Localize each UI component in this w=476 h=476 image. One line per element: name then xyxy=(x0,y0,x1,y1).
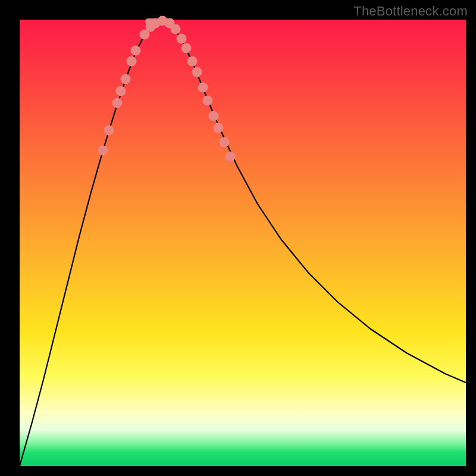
highlight-dot xyxy=(226,152,236,162)
highlight-dot xyxy=(214,123,224,133)
highlight-dot xyxy=(198,83,208,93)
chart-frame: TheBottleneck.com xyxy=(0,0,476,476)
highlight-dot xyxy=(104,126,114,136)
bottleneck-curve xyxy=(20,21,466,466)
highlight-dot xyxy=(220,137,230,148)
highlight-dot xyxy=(177,34,187,44)
highlight-dot xyxy=(98,146,108,156)
highlight-dot xyxy=(171,24,181,35)
highlight-dot xyxy=(131,46,141,56)
highlight-dots xyxy=(98,16,236,162)
highlight-dot xyxy=(187,57,198,67)
highlight-dot xyxy=(112,98,123,108)
highlight-dot xyxy=(203,96,213,106)
highlight-dot xyxy=(181,43,192,54)
highlight-dot xyxy=(192,67,202,77)
plot-area xyxy=(20,20,466,466)
highlight-dot xyxy=(127,57,137,67)
watermark-text: TheBottleneck.com xyxy=(353,4,468,19)
highlight-dot xyxy=(121,74,131,84)
chart-svg xyxy=(20,20,466,466)
highlight-dot xyxy=(116,86,126,96)
highlight-dot xyxy=(209,111,219,121)
